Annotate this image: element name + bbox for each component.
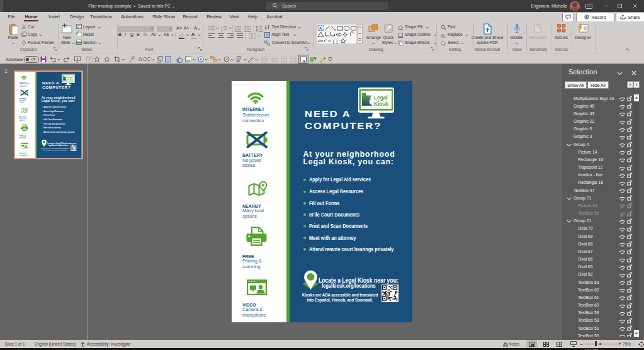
svg-text:3: 3: [221, 30, 222, 33]
svg-text:ab: ab: [441, 33, 445, 37]
svg-text:A: A: [319, 26, 322, 30]
